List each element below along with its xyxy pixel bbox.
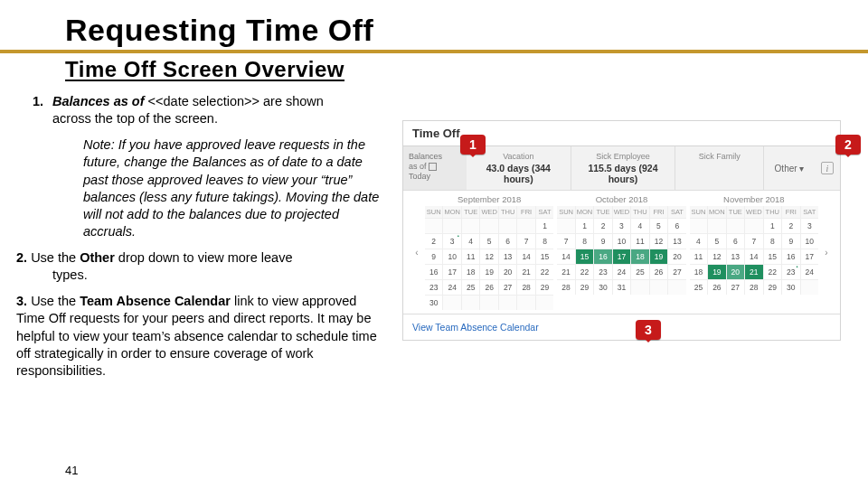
calendar-day[interactable]: 29 [764,280,781,295]
calendar-day[interactable]: 14 [517,249,534,264]
calendar-day[interactable]: 1 [764,219,781,233]
calendar-day[interactable]: 5 [480,234,497,249]
calendar-day[interactable]: 24 [801,265,818,279]
calendar-day[interactable]: 4 [462,234,479,249]
calendar-day[interactable]: 19 [480,265,497,279]
calendar-day[interactable]: 7 [517,234,534,249]
calendar-day[interactable]: 1 [536,219,553,233]
calendar-day[interactable]: 23 [425,280,442,295]
step-text: Use the [31,250,80,265]
calendar-day[interactable]: 6 [727,234,744,249]
calendar-day[interactable]: 8 [576,234,593,249]
calendar-day[interactable]: 3 [443,234,460,249]
calendar-day[interactable]: 17 [801,249,818,264]
calendar-day[interactable]: 7 [557,234,574,249]
calendar-day[interactable]: 27 [668,265,685,279]
next-month-button[interactable]: › [818,248,835,258]
team-absence-link[interactable]: View Team Absence Calendar [403,314,840,340]
calendar-day[interactable]: 13 [499,249,516,264]
calendar-day[interactable]: 28 [557,280,574,295]
calendar-day[interactable]: 30 [594,280,611,295]
calendar-day[interactable]: 8 [536,234,553,249]
calendar-day[interactable]: 22 [764,265,781,279]
calendar-day[interactable]: 27 [727,280,744,295]
calendar-day[interactable]: 11 [462,249,479,264]
calendar-day[interactable]: 14 [557,249,574,264]
calendar-day[interactable]: 15 [576,249,593,264]
calendar-day[interactable]: 13 [668,234,685,249]
calendar-day[interactable]: 15 [536,249,553,264]
calendar-day[interactable]: 24 [443,280,460,295]
calendar-day[interactable]: 18 [690,265,707,279]
calendar-day[interactable]: 22 [576,265,593,279]
calendar-day[interactable]: 23 [782,265,799,279]
calendar-day[interactable]: 30 [425,296,442,310]
calendar-day[interactable]: 21 [557,265,574,279]
calendar-day[interactable]: 11 [690,249,707,264]
calendar-day[interactable]: 10 [801,234,818,249]
calendar-day[interactable]: 24 [613,265,630,279]
calendar-day[interactable]: 5 [650,219,667,233]
calendar-day[interactable]: 31 [613,280,630,295]
calendar-day[interactable]: 22 [536,265,553,279]
calendar-day[interactable]: 23 [594,265,611,279]
calendar-day[interactable]: 4 [690,234,707,249]
calendar-day[interactable]: 2 [594,219,611,233]
calendar-day[interactable]: 17 [443,265,460,279]
calendar-day[interactable]: 12 [650,234,667,249]
calendar-day[interactable]: 6 [499,234,516,249]
calendar-day[interactable]: 1 [576,219,593,233]
calendar-day[interactable]: 20 [499,265,516,279]
dow-header: WED [480,206,497,218]
calendar-day[interactable]: 2 [782,219,799,233]
calendar-day[interactable]: 10 [443,249,460,264]
calendar-day[interactable]: 29 [536,280,553,295]
calendar-day[interactable]: 30 [782,280,799,295]
calendar-day [499,296,516,310]
calendar-day[interactable]: 26 [708,280,725,295]
calendar-day[interactable]: 7 [745,234,762,249]
calendar-day[interactable]: 10 [613,234,630,249]
calendar-day[interactable]: 3 [801,219,818,233]
calendar-day[interactable]: 3 [613,219,630,233]
calendar-day[interactable]: 12 [708,249,725,264]
calendar-day[interactable]: 6 [668,219,685,233]
calendar-day[interactable]: 4 [631,219,648,233]
calendar-day[interactable]: 21 [517,265,534,279]
calendar-day[interactable]: 27 [499,280,516,295]
calendar-day[interactable]: 28 [517,280,534,295]
calendar-day[interactable]: 28 [745,280,762,295]
calendar-day[interactable]: 9 [782,234,799,249]
balance-card: Sick Family [675,146,764,190]
prev-month-button[interactable]: ‹ [409,248,425,258]
calendar-day[interactable]: 25 [462,280,479,295]
calendar-day[interactable]: 16 [425,265,442,279]
calendar-day[interactable]: 20 [727,265,744,279]
calendar-day[interactable]: 26 [650,265,667,279]
calendar-day[interactable]: 25 [690,280,707,295]
calendar-day[interactable]: 2 [425,234,442,249]
calendar-day[interactable]: 15 [764,249,781,264]
calendar-day[interactable]: 26 [480,280,497,295]
calendar-day[interactable]: 19 [650,249,667,264]
calendar-day[interactable]: 12 [480,249,497,264]
calendar-day[interactable]: 8 [764,234,781,249]
calendar-day[interactable]: 29 [576,280,593,295]
calendar-day[interactable]: 5 [708,234,725,249]
calendar-day[interactable]: 14 [745,249,762,264]
calendar-day[interactable]: 13 [727,249,744,264]
calendar-day[interactable]: 18 [631,249,648,264]
balances-as-of[interactable]: Balances as of Today [403,146,467,190]
calendar-day[interactable]: 9 [594,234,611,249]
calendar-day[interactable]: 19 [708,265,725,279]
calendar-day[interactable]: 9 [425,249,442,264]
calendar-day[interactable]: 25 [631,265,648,279]
calendar-day[interactable]: 21 [745,265,762,279]
calendar-day[interactable]: 17 [613,249,630,264]
calendar-day[interactable]: 18 [462,265,479,279]
calendar-day[interactable]: 16 [782,249,799,264]
other-dropdown[interactable]: Other ▾ [764,146,815,190]
calendar-day[interactable]: 16 [594,249,611,264]
calendar-day[interactable]: 11 [631,234,648,249]
calendar-day[interactable]: 20 [668,249,685,264]
